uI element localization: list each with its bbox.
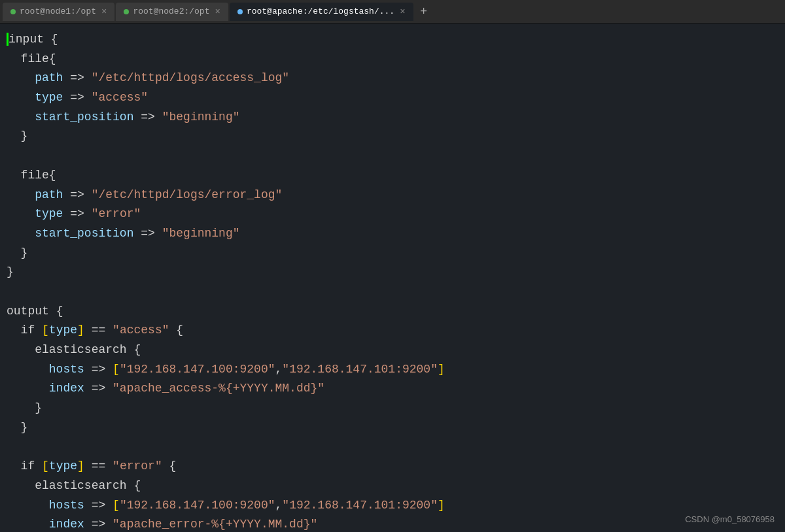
- tab-dot-2: [124, 9, 129, 14]
- tab-node1[interactable]: root@node1:/opt ×: [3, 3, 114, 21]
- tab-bar: root@node1:/opt × root@node2:/opt × root…: [0, 0, 785, 24]
- tab-dot-1: [10, 9, 16, 14]
- code-editor[interactable]: input { file{ path => "/etc/httpd/logs/a…: [0, 24, 785, 532]
- tab-label-3: root@apache:/etc/logstash/...: [247, 7, 394, 16]
- tab-close-2[interactable]: ×: [215, 7, 220, 17]
- tab-apache[interactable]: root@apache:/etc/logstash/... ×: [230, 3, 413, 21]
- tab-dot-3: [237, 9, 243, 14]
- tab-label-2: root@node2:/opt: [133, 7, 209, 16]
- tab-node2[interactable]: root@node2:/opt ×: [116, 3, 228, 21]
- code-content: input { file{ path => "/etc/httpd/logs/a…: [7, 30, 785, 532]
- watermark: CSDN @m0_58076958: [685, 514, 775, 524]
- tab-add-button[interactable]: +: [415, 3, 433, 21]
- tab-label-1: root@node1:/opt: [20, 7, 96, 16]
- tab-close-3[interactable]: ×: [400, 7, 405, 17]
- tab-close-1[interactable]: ×: [101, 7, 107, 17]
